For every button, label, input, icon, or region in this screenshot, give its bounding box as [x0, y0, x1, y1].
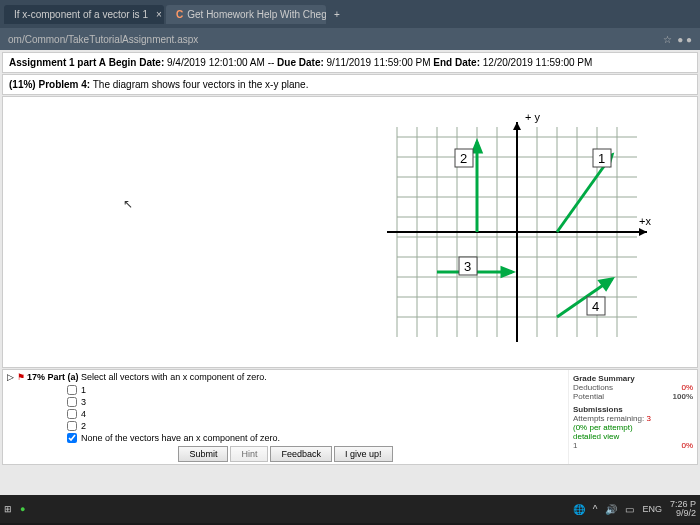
- windows-taskbar[interactable]: ⊞ ● 🌐 ^ 🔊 ▭ ENG 7:26 P 9/9/2: [0, 495, 700, 523]
- problem-weight: (11%): [9, 79, 36, 90]
- cursor-icon: ↖: [123, 197, 133, 211]
- tray-icon[interactable]: 🌐: [573, 504, 585, 515]
- url-bar[interactable]: om/Common/TakeTutorialAssignment.aspx ☆ …: [0, 28, 700, 50]
- browser-tab-strip: If x-component of a vector is 1 × C Get …: [0, 0, 700, 28]
- start-icon[interactable]: ⊞: [4, 504, 12, 514]
- button-row: Submit Hint Feedback I give up!: [7, 446, 564, 462]
- problem-header: (11%) Problem 4: The diagram shows four …: [2, 74, 698, 95]
- checkbox-none[interactable]: [67, 433, 77, 443]
- submit-button[interactable]: Submit: [178, 446, 228, 462]
- svg-marker-23: [639, 228, 647, 236]
- due-label: Due Date:: [277, 57, 324, 68]
- vector-diagram: ↖ + y +x: [2, 96, 698, 368]
- submissions-title: Submissions: [573, 405, 693, 414]
- vector-1-label: 1: [598, 151, 605, 166]
- hint-button[interactable]: Hint: [230, 446, 268, 462]
- chegg-icon: C: [176, 9, 183, 20]
- detailed-view-link[interactable]: detailed view: [573, 432, 693, 441]
- page-content: Assignment 1 part A Begin Date: 9/4/2019…: [0, 50, 700, 495]
- checkbox-4[interactable]: [67, 409, 77, 419]
- url-text: om/Common/TakeTutorialAssignment.aspx: [8, 34, 198, 45]
- option-4: 4: [67, 408, 564, 420]
- due-date: 9/11/2019 11:59:00 PM: [327, 57, 431, 68]
- end-date: 12/20/2019 11:59:00 PM: [483, 57, 593, 68]
- begin-date: 9/4/2019 12:01:00 AM: [167, 57, 265, 68]
- task-icon[interactable]: ●: [20, 504, 25, 514]
- vector-4-label: 4: [592, 299, 599, 314]
- options-list: 1 3 4 2 None of the vectors have an x co…: [67, 384, 564, 444]
- begin-label: Begin Date:: [109, 57, 165, 68]
- lang-indicator[interactable]: ENG: [642, 504, 662, 514]
- part-prompt: Select all vectors with an x component o…: [81, 372, 267, 382]
- option-3: 3: [67, 396, 564, 408]
- problem-text: The diagram shows four vectors in the x-…: [93, 79, 309, 90]
- feedback-button[interactable]: Feedback: [270, 446, 332, 462]
- option-2: 2: [67, 420, 564, 432]
- part-weight: 17%: [27, 372, 45, 382]
- new-tab-button[interactable]: +: [328, 7, 346, 22]
- giveup-button[interactable]: I give up!: [334, 446, 393, 462]
- x-axis-label: +x: [639, 215, 651, 227]
- xy-plane-svg: + y +x 1 2 3 4: [377, 107, 657, 357]
- checkbox-1[interactable]: [67, 385, 77, 395]
- grade-summary: Grade Summary Deductions 0% Potential 10…: [568, 370, 697, 464]
- checkbox-3[interactable]: [67, 397, 77, 407]
- chevron-up-icon[interactable]: ^: [593, 504, 598, 515]
- clock-date: 9/9/2: [670, 509, 696, 518]
- vector-2-label: 2: [460, 151, 467, 166]
- option-1: 1: [67, 384, 564, 396]
- tab-label: If x-component of a vector is 1: [14, 9, 148, 20]
- close-icon[interactable]: ×: [156, 9, 162, 20]
- sep: --: [268, 57, 275, 68]
- tab-label: Get Homework Help With Cheg: [187, 9, 326, 20]
- part-label: Part (a): [48, 372, 79, 382]
- checkbox-2[interactable]: [67, 421, 77, 431]
- end-label: End Date:: [433, 57, 480, 68]
- part-a-section: ▷ ⚑ 17% Part (a) Select all vectors with…: [2, 369, 698, 465]
- browser-tab-1[interactable]: C Get Homework Help With Cheg ×: [166, 5, 326, 24]
- y-axis-label: + y: [525, 111, 540, 123]
- battery-icon[interactable]: ▭: [625, 504, 634, 515]
- svg-marker-31: [502, 268, 512, 276]
- option-none: None of the vectors have an x component …: [67, 432, 564, 444]
- assignment-header: Assignment 1 part A Begin Date: 9/4/2019…: [2, 52, 698, 73]
- svg-marker-25: [513, 122, 521, 130]
- assignment-title: Assignment 1 part A: [9, 57, 106, 68]
- expand-icon[interactable]: ▷: [7, 372, 14, 382]
- vector-3-label: 3: [464, 259, 471, 274]
- browser-controls: ☆ ● ●: [663, 34, 692, 45]
- browser-tab-0[interactable]: If x-component of a vector is 1 ×: [4, 5, 164, 24]
- sound-icon[interactable]: 🔊: [605, 504, 617, 515]
- svg-marker-29: [473, 142, 481, 152]
- problem-label: Problem 4:: [38, 79, 90, 90]
- flag-icon[interactable]: ⚑: [17, 372, 25, 382]
- grade-title: Grade Summary: [573, 374, 693, 383]
